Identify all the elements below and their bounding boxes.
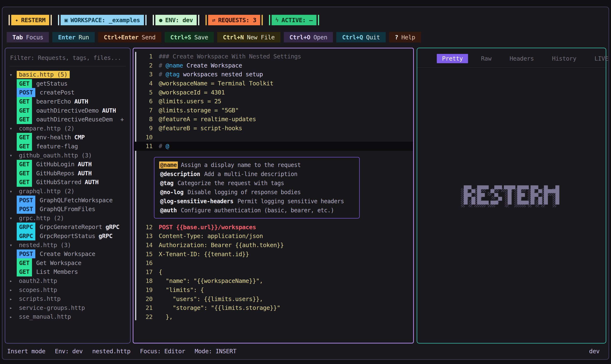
shortcut-send[interactable]: Ctrl+EnterSend xyxy=(98,32,161,42)
shortcut-quit[interactable]: Ctrl+QQuit xyxy=(336,32,386,42)
sidebar-request-env-health[interactable]: GETenv-healthCMP xyxy=(5,133,130,142)
sidebar-request-createPost[interactable]: POSTcreatePost xyxy=(5,88,130,97)
sidebar-request-GrpcGenerateReport[interactable]: GRPCGrpcGenerateReportgRPC xyxy=(5,222,130,232)
editor-line-11[interactable]: 11# @ xyxy=(133,142,413,151)
tab-raw[interactable]: Raw xyxy=(476,54,497,63)
sidebar-file-scopes.http[interactable]: ▸scopes.http xyxy=(5,285,130,294)
editor-line-14[interactable]: 14Authorization: Bearer {{auth.token}} xyxy=(133,241,413,250)
shortcut-run[interactable]: EnterRun xyxy=(52,32,94,42)
chevron-down-icon[interactable]: ▾ xyxy=(10,126,17,131)
shortcut-open[interactable]: Ctrl+OOpen xyxy=(284,32,333,42)
method-badge-grpc: GRPC xyxy=(17,232,35,241)
code-segment-var: }, xyxy=(159,313,173,320)
editor-line-3[interactable]: 3# @tag workspaces nested setup xyxy=(133,70,413,79)
tab-history[interactable]: History xyxy=(547,54,582,63)
editor-line-12[interactable]: 12POST {{base.url}}/workspaces xyxy=(133,223,413,232)
popup-item-description[interactable]: @descriptionAdd a multi-line description xyxy=(154,169,359,179)
filter-input[interactable]: Filter: Requests, tags, files... xyxy=(10,54,125,61)
chevron-down-icon[interactable]: ▾ xyxy=(10,153,17,158)
sidebar-file-github_oauth.http[interactable]: ▾github_oauth.http (3) xyxy=(5,151,130,160)
popup-item-tag[interactable]: @tagCategorize the request with tags xyxy=(154,179,359,188)
sidebar-request-GitHubStarred[interactable]: GETGitHubStarredAUTH xyxy=(5,178,130,187)
sidebar-request-List-Members[interactable]: GETList Members xyxy=(5,267,130,276)
editor-content[interactable]: 1### Create Workspace With Nested Settin… xyxy=(133,52,413,321)
shortcut-new-file[interactable]: Ctrl+NNew File xyxy=(217,32,280,42)
shortcut-help[interactable]: ?Help xyxy=(389,32,421,42)
chevron-down-icon[interactable]: ▾ xyxy=(10,242,17,247)
chevron-right-icon[interactable]: ▸ xyxy=(10,278,17,283)
method-badge-get: GET xyxy=(17,169,32,178)
file-label: sse_manual.http xyxy=(17,313,73,320)
tab-pretty[interactable]: Pretty xyxy=(437,54,468,63)
sidebar-file-nested.http[interactable]: ▾nested.http (3) xyxy=(5,240,130,249)
popup-item-log-sensitive-headers[interactable]: @log-sensitive-headersPermit logging sen… xyxy=(154,197,359,206)
editor-line-17[interactable]: 17{ xyxy=(133,268,413,277)
request-name: GitHubRepos xyxy=(36,170,74,177)
sidebar-file-basic.http[interactable]: ▾basic.http (5) xyxy=(5,70,130,79)
sidebar-request-getStatus[interactable]: GETgetStatus xyxy=(5,79,130,88)
shortcut-focus[interactable]: TabFocus xyxy=(7,32,49,42)
sidebar-request-Create-Workspace[interactable]: POSTCreate Workspace xyxy=(5,249,130,259)
editor-line-20[interactable]: 20 "users": {{limits.users}}, xyxy=(133,294,413,303)
sidebar-file-graphql.http[interactable]: ▾graphql.http (2) xyxy=(5,187,130,196)
sidebar-request-GraphQLFetchWorkspace[interactable]: POSTGraphQLFetchWorkspace xyxy=(5,195,130,205)
sidebar-file-sse_manual.http[interactable]: ▸sse_manual.http xyxy=(5,312,130,321)
chevron-right-icon[interactable]: ▸ xyxy=(10,287,17,292)
sidebar-file-service-groups.http[interactable]: ▸service-groups.http xyxy=(5,303,130,312)
badge-bar-right xyxy=(318,15,319,25)
request-name: oauthDirectiveDemo xyxy=(36,107,99,114)
chevron-down-icon[interactable]: ▾ xyxy=(10,215,17,221)
sidebar-request-Get-Workspace[interactable]: GETGet Workspace xyxy=(5,258,130,267)
tab-live[interactable]: LIVE xyxy=(589,54,611,63)
code-segment-var: "users": {{limits.users}}, xyxy=(159,296,263,302)
line-code: @limits.users = 25 xyxy=(159,98,221,105)
chevron-right-icon[interactable]: ▸ xyxy=(10,296,17,301)
sidebar-request-GitHubRepos[interactable]: GETGitHubReposAUTH xyxy=(5,169,130,178)
editor-line-4[interactable]: 4@workspaceName = Terminal Toolkit xyxy=(133,79,413,88)
editor-line-10[interactable]: 10 xyxy=(133,133,413,142)
tab-headers[interactable]: Headers xyxy=(504,54,539,63)
editor-line-1[interactable]: 1### Create Workspace With Nested Settin… xyxy=(133,52,413,61)
sidebar-file-grpc.http[interactable]: ▾grpc.http (2) xyxy=(5,214,130,223)
editor-line-18[interactable]: 18 "name": "{{workspaceName}}", xyxy=(133,276,413,286)
editor-line-22[interactable]: 22 }, xyxy=(133,312,413,321)
sidebar-file-oauth2.http[interactable]: ▸oauth2.http xyxy=(5,276,130,286)
shortcut-label: Help xyxy=(401,34,415,41)
editor-line-6[interactable]: 6@limits.users = 25 xyxy=(133,97,413,106)
shortcut-save[interactable]: Ctrl+SSave xyxy=(165,32,214,42)
sidebar-request-GraphQLFromFiles[interactable]: POSTGraphQLFromFiles xyxy=(5,205,130,214)
editor-line-5[interactable]: 5@workspaceId = 4301 xyxy=(133,88,413,97)
sidebar-request-feature-flag[interactable]: GETfeature-flag xyxy=(5,142,130,151)
code-segment-var: @workspaceId = 4301 xyxy=(159,89,225,96)
badge-env: ●ENV: dev xyxy=(153,15,199,25)
chevron-right-icon[interactable]: ▸ xyxy=(10,314,17,319)
editor-line-21[interactable]: 21 "storage": "{{limits.storage}}" xyxy=(133,303,413,312)
code-segment-meta: workspaces nested setup xyxy=(179,71,263,78)
popup-item-no-log[interactable]: @no-logDisable logging of response bodie… xyxy=(154,188,359,197)
editor-line-19[interactable]: 19 "limits": { xyxy=(133,286,413,295)
sidebar-request-oauthDirectiveReuseDem[interactable]: GEToauthDirectiveReuseDem + xyxy=(5,115,130,124)
sidebar-file-compare.http[interactable]: ▾compare.http (2) xyxy=(5,124,130,133)
editor-panel[interactable]: 1### Create Workspace With Nested Settin… xyxy=(133,48,414,343)
editor-line-2[interactable]: 2# @name Create Workspace xyxy=(133,61,413,70)
editor-line-8[interactable]: 8@featureA = realtime-updates xyxy=(133,115,413,124)
chevron-down-icon[interactable]: ▾ xyxy=(10,72,17,77)
popup-item-auth[interactable]: @authConfigure authentication (basic, be… xyxy=(154,206,359,215)
sidebar-file-scripts.http[interactable]: ▸scripts.http xyxy=(5,294,130,303)
status-bar: Insert modeEnv: devnested.httpFocus: Edi… xyxy=(7,348,599,355)
popup-item-name[interactable]: @nameAssign a display name to the reques… xyxy=(154,160,359,169)
sidebar-request-GrpcReportStatus[interactable]: GRPCGrpcReportStatusgRPC xyxy=(5,232,130,241)
editor-line-16[interactable]: 16 xyxy=(133,259,413,268)
sidebar-request-bearerEcho[interactable]: GETbearerEchoAUTH xyxy=(5,97,130,106)
editor-line-9[interactable]: 9@featureB = script-hooks xyxy=(133,124,413,133)
editor-line-13[interactable]: 13Content-Type: application/json xyxy=(133,232,413,241)
response-tabs-divider xyxy=(417,67,606,68)
badge-workspace: ▣WORKSPACE: _examples xyxy=(58,15,146,25)
chevron-down-icon[interactable]: ▾ xyxy=(10,189,17,194)
sidebar-request-oauthDirectiveDemo[interactable]: GEToauthDirectiveDemoAUTH xyxy=(5,106,130,115)
editor-line-15[interactable]: 15X-Tenant-ID: {{tenant.id}} xyxy=(133,249,413,259)
chevron-right-icon[interactable]: ▸ xyxy=(10,305,17,310)
sidebar-request-GitHubLogin[interactable]: GETGitHubLoginAUTH xyxy=(5,160,130,169)
line-number: 14 xyxy=(137,242,153,248)
editor-line-7[interactable]: 7@limits.storage = "5GB" xyxy=(133,106,413,115)
